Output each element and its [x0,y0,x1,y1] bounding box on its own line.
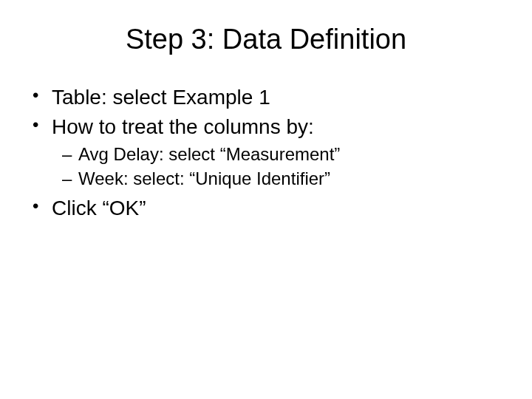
main-bullet-list: Table: select Example 1 How to treat the… [22,83,510,222]
bullet-table-select: Table: select Example 1 [31,83,510,112]
bullet-click-ok: Click “OK” [31,194,510,222]
bullet-columns-treat: How to treat the columns by: [31,113,510,141]
sub-bullet-avg-delay: Avg Delay: select “Measurement” [62,143,510,166]
sub-bullet-week: Week: select: “Unique Identifier” [62,167,510,190]
slide-title: Step 3: Data Definition [22,24,510,55]
sub-bullet-list: Avg Delay: select “Measurement” Week: se… [31,143,510,190]
